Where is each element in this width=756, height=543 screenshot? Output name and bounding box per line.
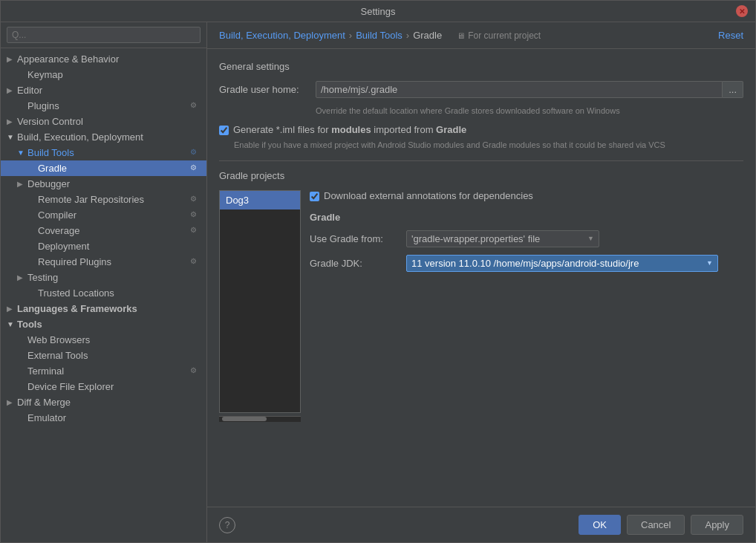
reset-button[interactable]: Reset [718,30,743,41]
help-button[interactable]: ? [219,517,235,533]
gradle-jdk-wrapper: 11 version 11.0.10 /home/mjs/apps/androi… [406,255,718,272]
sidebar-item-terminal[interactable]: Terminal ⚙ [1,363,206,379]
gear-icon: ⚙ [190,163,201,174]
sidebar-item-build-exec-deploy[interactable]: ▼ Build, Execution, Deployment [1,129,206,145]
breadcrumb-part1[interactable]: Build, Execution, Deployment [219,30,345,41]
sidebar-item-label: External Tools [27,350,201,361]
arrow-icon: ▶ [7,305,17,313]
sidebar-item-keymap[interactable]: Keymap [1,67,206,82]
panel-body: General settings Gradle user home: ... O… [207,49,755,507]
breadcrumb-bar: Build, Execution, Deployment › Build Too… [207,22,755,49]
dialog-title: Settings [20,6,736,17]
download-annotations-row: Download external annotations for depend… [310,190,743,201]
sidebar-item-label: Tools [17,319,201,330]
sidebar-item-external-tools[interactable]: External Tools [1,348,206,363]
footer: ? OK Cancel Apply [207,507,755,542]
gear-icon: ⚙ [190,366,201,377]
gear-icon: ⚙ [190,210,201,221]
use-gradle-from-wrapper: 'gradle-wrapper.properties' file Specifi… [406,230,599,247]
download-annotations-label: Download external annotations for depend… [324,190,533,201]
gradle-subsection-title: Gradle [310,212,743,223]
sidebar-item-version-control[interactable]: ▶ Version Control [1,114,206,129]
use-gradle-from-row: Use Gradle from: 'gradle-wrapper.propert… [310,230,743,247]
sidebar-item-plugins[interactable]: Plugins ⚙ [1,98,206,114]
sidebar-item-label: Deployment [38,241,201,252]
gear-icon: ⚙ [190,195,201,205]
sidebar-item-label: Version Control [17,116,201,127]
breadcrumb-sep1: › [349,30,352,41]
gear-icon: ⚙ [190,226,201,236]
generate-iml-hint: Enable if you have a mixed project with … [234,140,743,151]
sidebar-item-device-file-explorer[interactable]: Device File Explorer [1,379,206,394]
use-gradle-from-label: Use Gradle from: [310,233,406,244]
gradle-jdk-label: Gradle JDK: [310,258,406,269]
search-box [1,22,206,48]
sidebar-item-label: Coverage [38,225,190,236]
gradle-user-home-label: Gradle user home: [219,84,316,95]
sidebar-tree: ▶ Appearance & Behavior Keymap ▶ Editor … [1,48,206,542]
breadcrumb: Build, Execution, Deployment › Build Too… [219,30,541,41]
sidebar-item-appearance[interactable]: ▶ Appearance & Behavior [1,51,206,67]
sidebar-item-tools[interactable]: ▼ Tools [1,316,206,332]
cancel-button[interactable]: Cancel [627,515,685,535]
sidebar-item-gradle[interactable]: Gradle ⚙ [1,160,206,176]
arrow-icon: ▶ [17,180,27,188]
ok-button[interactable]: OK [579,515,621,535]
gradle-jdk-row: Gradle JDK: 11 version 11.0.10 /home/mjs… [310,255,743,272]
sidebar-item-web-browsers[interactable]: Web Browsers [1,332,206,348]
sidebar-item-coverage[interactable]: Coverage ⚙ [1,223,206,238]
download-annotations-checkbox[interactable] [310,192,319,201]
use-gradle-from-select[interactable]: 'gradle-wrapper.properties' file Specifi… [406,230,599,247]
breadcrumb-sep2: › [406,30,409,41]
close-button[interactable]: ✕ [736,5,748,17]
gradle-user-home-input[interactable] [316,81,723,98]
sidebar-item-deployment[interactable]: Deployment [1,238,206,254]
sidebar-item-label: Terminal [27,365,190,377]
right-panel: Build, Execution, Deployment › Build Too… [207,22,755,542]
monitor-icon: 🖥 [457,31,465,40]
sidebar-item-trusted-locations[interactable]: Trusted Locations [1,285,206,301]
settings-dialog: Settings ✕ ▶ Appearance & Behavior Keyma… [0,0,756,543]
gradle-jdk-select[interactable]: 11 version 11.0.10 /home/mjs/apps/androi… [406,255,718,272]
breadcrumb-part2[interactable]: Build Tools [356,30,403,41]
sidebar-item-build-tools[interactable]: ▼ Build Tools ⚙ [1,145,206,160]
sidebar-item-languages-frameworks[interactable]: ▶ Languages & Frameworks [1,301,206,316]
project-list: Dog3 [219,190,301,413]
search-input[interactable] [7,27,201,43]
sidebar-item-label: Debugger [27,178,201,189]
sidebar-item-label: Trusted Locations [38,287,201,299]
browse-button[interactable]: ... [723,81,743,98]
sidebar-item-label: Emulator [27,412,201,423]
for-project-label: For current project [468,30,541,41]
sidebar-item-label: Keymap [27,69,201,80]
arrow-icon: ▶ [7,86,17,94]
arrow-icon: ▼ [7,320,17,328]
project-list-item[interactable]: Dog3 [220,191,300,209]
arrow-icon: ▶ [7,117,17,126]
sidebar: ▶ Appearance & Behavior Keymap ▶ Editor … [1,22,207,542]
sidebar-item-label: Remote Jar Repositories [38,194,190,205]
sidebar-item-label: Build Tools [27,147,190,158]
generate-iml-checkbox[interactable] [219,126,229,135]
sidebar-item-editor[interactable]: ▶ Editor [1,82,206,98]
sidebar-item-diff-merge[interactable]: ▶ Diff & Merge [1,394,206,410]
sidebar-item-label: Editor [17,85,201,96]
sidebar-item-required-plugins[interactable]: Required Plugins ⚙ [1,254,206,270]
main-content: ▶ Appearance & Behavior Keymap ▶ Editor … [1,22,755,542]
gradle-projects-title: Gradle projects [219,170,743,181]
sidebar-item-label: Testing [27,272,201,283]
sidebar-item-debugger[interactable]: ▶ Debugger [1,176,206,192]
sidebar-item-emulator[interactable]: Emulator [1,410,206,426]
sidebar-item-compiler[interactable]: Compiler ⚙ [1,207,206,223]
sidebar-item-testing[interactable]: ▶ Testing [1,270,206,285]
sidebar-item-remote-jar[interactable]: Remote Jar Repositories ⚙ [1,192,206,207]
apply-button[interactable]: Apply [691,515,743,535]
project-list-container: Dog3 [219,190,301,422]
title-bar: Settings ✕ [1,1,755,22]
list-scrollbar-thumb [222,417,267,421]
sidebar-item-label: Plugins [27,100,190,111]
arrow-icon: ▶ [7,55,17,63]
list-scrollbar [219,416,301,422]
sidebar-item-label: Diff & Merge [17,397,201,408]
general-settings-title: General settings [219,61,743,72]
